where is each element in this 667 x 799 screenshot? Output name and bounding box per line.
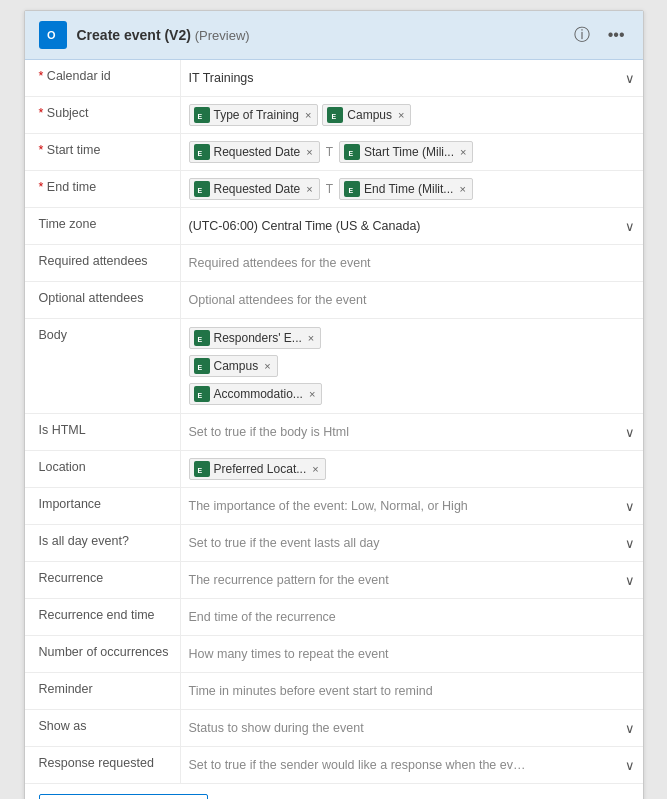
tag-campus-text: Campus bbox=[347, 108, 392, 122]
label-response-requested: Response requested bbox=[25, 747, 180, 781]
label-show-as: Show as bbox=[25, 710, 180, 744]
row-recurrence-end-time: Recurrence end time End time of the recu… bbox=[25, 599, 643, 636]
number-of-occurrences-placeholder: How many times to repeat the event bbox=[189, 645, 389, 663]
info-button[interactable]: ⓘ bbox=[570, 23, 594, 48]
recurrence-chevron-icon: ∨ bbox=[625, 573, 635, 588]
field-number-of-occurrences[interactable]: How many times to repeat the event bbox=[180, 636, 643, 672]
timezone-chevron-icon: ∨ bbox=[625, 219, 635, 234]
row-recurrence: Recurrence The recurrence pattern for th… bbox=[25, 562, 643, 599]
field-optional-attendees[interactable]: Optional attendees for the event bbox=[180, 282, 643, 318]
tag-type-of-training-remove[interactable]: × bbox=[305, 110, 311, 121]
importance-chevron-icon: ∨ bbox=[625, 499, 635, 514]
tag-campus-body-remove[interactable]: × bbox=[264, 361, 270, 372]
tag-accommodatio-remove[interactable]: × bbox=[309, 389, 315, 400]
label-importance: Importance bbox=[25, 488, 180, 522]
create-event-card: O Create event (V2) (Preview) ⓘ ••• * Ca… bbox=[24, 10, 644, 799]
response-requested-chevron-icon: ∨ bbox=[625, 758, 635, 773]
excel-icon-7: E bbox=[194, 330, 210, 346]
row-is-all-day: Is all day event? Set to true if the eve… bbox=[25, 525, 643, 562]
field-is-all-day[interactable]: Set to true if the event lasts all day ∨ bbox=[180, 525, 643, 561]
field-body[interactable]: E Responders' E... × E Campus × E A bbox=[180, 319, 643, 413]
excel-icon-10: E bbox=[194, 461, 210, 477]
tag-end-time-milit[interactable]: E End Time (Milit... × bbox=[339, 178, 473, 200]
label-reminder: Reminder bbox=[25, 673, 180, 707]
tag-start-time-mili[interactable]: E Start Time (Mili... × bbox=[339, 141, 473, 163]
svg-text:E: E bbox=[198, 335, 203, 342]
row-location: Location E Preferred Locat... × bbox=[25, 451, 643, 488]
tag-campus-body-text: Campus bbox=[214, 359, 259, 373]
excel-icon: E bbox=[194, 107, 210, 123]
tag-campus[interactable]: E Campus × bbox=[322, 104, 411, 126]
label-start-time: * Start time bbox=[25, 134, 180, 168]
svg-text:E: E bbox=[198, 466, 203, 473]
tag-requested-date-start-text: Requested Date bbox=[214, 145, 301, 159]
tag-type-of-training-text: Type of Training bbox=[214, 108, 299, 122]
label-optional-attendees: Optional attendees bbox=[25, 282, 180, 316]
field-location[interactable]: E Preferred Locat... × bbox=[180, 451, 643, 487]
tag-end-time-milit-text: End Time (Milit... bbox=[364, 182, 453, 196]
tag-accommodatio[interactable]: E Accommodatio... × bbox=[189, 383, 323, 405]
recurrence-end-time-placeholder: End time of the recurrence bbox=[189, 608, 336, 626]
tag-responders[interactable]: E Responders' E... × bbox=[189, 327, 322, 349]
tag-responders-remove[interactable]: × bbox=[308, 333, 314, 344]
tag-preferred-locat-remove[interactable]: × bbox=[312, 464, 318, 475]
header-right: ⓘ ••• bbox=[570, 23, 629, 48]
separator-t-end: T bbox=[324, 182, 335, 196]
field-reminder[interactable]: Time in minutes before event start to re… bbox=[180, 673, 643, 709]
tag-requested-date-end[interactable]: E Requested Date × bbox=[189, 178, 320, 200]
label-is-all-day: Is all day event? bbox=[25, 525, 180, 559]
tag-requested-date-start[interactable]: E Requested Date × bbox=[189, 141, 320, 163]
is-html-chevron-icon: ∨ bbox=[625, 425, 635, 440]
tag-requested-date-start-remove[interactable]: × bbox=[306, 147, 312, 158]
is-all-day-value: Set to true if the event lasts all day bbox=[189, 534, 380, 552]
calendar-id-chevron-icon: ∨ bbox=[625, 71, 635, 86]
label-recurrence-end-time: Recurrence end time bbox=[25, 599, 180, 633]
recurrence-value: The recurrence pattern for the event bbox=[189, 571, 389, 589]
field-recurrence-end-time[interactable]: End time of the recurrence bbox=[180, 599, 643, 635]
excel-icon-4: E bbox=[344, 144, 360, 160]
svg-text:E: E bbox=[198, 149, 203, 156]
row-end-time: * End time E Requested Date × T E End Ti… bbox=[25, 171, 643, 208]
tag-type-of-training[interactable]: E Type of Training × bbox=[189, 104, 319, 126]
field-required-attendees[interactable]: Required attendees for the event bbox=[180, 245, 643, 281]
svg-text:E: E bbox=[198, 391, 203, 398]
field-subject[interactable]: E Type of Training × E Campus × bbox=[180, 97, 643, 133]
label-is-html: Is HTML bbox=[25, 414, 180, 448]
optional-attendees-placeholder: Optional attendees for the event bbox=[189, 291, 367, 309]
svg-text:O: O bbox=[47, 29, 56, 41]
row-body: Body E Responders' E... × E Campus × bbox=[25, 319, 643, 414]
header-left: O Create event (V2) (Preview) bbox=[39, 21, 250, 49]
preview-label: (Preview) bbox=[195, 28, 250, 43]
tag-accommodatio-text: Accommodatio... bbox=[214, 387, 303, 401]
field-end-time[interactable]: E Requested Date × T E End Time (Milit..… bbox=[180, 171, 643, 207]
tag-campus-remove[interactable]: × bbox=[398, 110, 404, 121]
excel-icon-8: E bbox=[194, 358, 210, 374]
row-subject: * Subject E Type of Training × E Campus … bbox=[25, 97, 643, 134]
tag-start-time-mili-text: Start Time (Mili... bbox=[364, 145, 454, 159]
separator-t-start: T bbox=[324, 145, 335, 159]
tag-preferred-locat[interactable]: E Preferred Locat... × bbox=[189, 458, 326, 480]
row-importance: Importance The importance of the event: … bbox=[25, 488, 643, 525]
field-timezone[interactable]: (UTC-06:00) Central Time (US & Canada) ∨ bbox=[180, 208, 643, 244]
label-location: Location bbox=[25, 451, 180, 485]
tag-campus-body[interactable]: E Campus × bbox=[189, 355, 278, 377]
field-recurrence[interactable]: The recurrence pattern for the event ∨ bbox=[180, 562, 643, 598]
field-show-as[interactable]: Status to show during the event ∨ bbox=[180, 710, 643, 746]
hide-advanced-options-button[interactable]: Hide advanced options ∧ bbox=[39, 794, 208, 799]
tag-end-time-milit-remove[interactable]: × bbox=[459, 184, 465, 195]
label-subject: * Subject bbox=[25, 97, 180, 131]
svg-text:E: E bbox=[198, 186, 203, 193]
tag-start-time-mili-remove[interactable]: × bbox=[460, 147, 466, 158]
is-html-value: Set to true if the body is Html bbox=[189, 423, 350, 441]
field-calendar-id[interactable]: IT Trainings ∨ bbox=[180, 60, 643, 96]
more-options-button[interactable]: ••• bbox=[604, 24, 629, 46]
title-text: Create event (V2) bbox=[77, 27, 191, 43]
field-start-time[interactable]: E Requested Date × T E Start Time (Mili.… bbox=[180, 134, 643, 170]
svg-text:E: E bbox=[348, 149, 353, 156]
field-importance[interactable]: The importance of the event: Low, Normal… bbox=[180, 488, 643, 524]
field-response-requested[interactable]: Set to true if the sender would like a r… bbox=[180, 747, 643, 783]
tag-responders-text: Responders' E... bbox=[214, 331, 302, 345]
excel-icon-5: E bbox=[194, 181, 210, 197]
tag-requested-date-end-remove[interactable]: × bbox=[306, 184, 312, 195]
field-is-html[interactable]: Set to true if the body is Html ∨ bbox=[180, 414, 643, 450]
